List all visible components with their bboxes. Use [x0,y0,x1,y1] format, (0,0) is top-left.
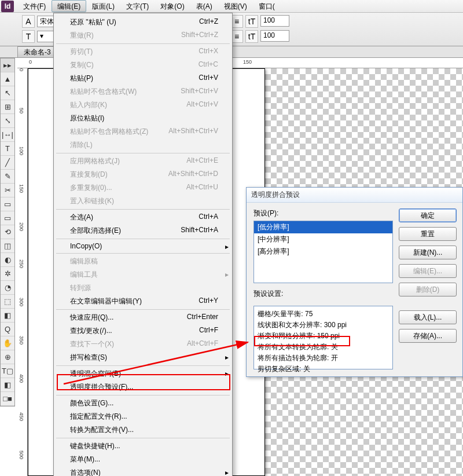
menu-item[interactable]: 全部取消选择(E)Shift+Ctrl+A [54,224,232,237]
palette-tool[interactable]: Q [1,323,14,336]
palette-tool[interactable]: ✎ [1,170,14,184]
palette-tool[interactable]: ◧ [1,378,14,392]
palette-tool[interactable]: □■ [1,392,14,406]
menubar-item[interactable]: 文件(F) [17,0,52,12]
palette-tool[interactable]: ✋ [1,336,14,350]
ruler-mark: 500 [19,451,24,459]
palette-tool[interactable]: |↔| [1,128,14,142]
menu-item[interactable]: 全选(A)Ctrl+A [54,211,232,224]
menu-item[interactable]: 原位粘贴(I) [54,112,232,125]
palette-tool[interactable]: ◔ [1,281,14,295]
menu-item-label: 多重复制(0)... [70,183,112,193]
menu-item-label: 指定配置文件(R)... [70,412,127,422]
palette-tool[interactable]: ◐ [1,253,14,267]
palette-tool[interactable]: T [1,142,14,156]
menu-item[interactable]: 在文章编辑器中编辑(Y)Ctrl+Y [54,295,232,308]
menu-item[interactable]: 粘贴(P)Ctrl+V [54,72,232,85]
menu-separator [56,309,230,310]
menu-item[interactable]: 查找/更改(/)...Ctrl+F [54,324,232,338]
menubar-item[interactable]: 表(A) [190,0,218,12]
menu-item[interactable]: 透明混合空间(B)▸ [54,367,232,380]
save-button[interactable]: 存储(A)... [399,329,457,343]
menubar-item[interactable]: 编辑(E) [52,0,86,12]
palette-tool[interactable]: ◧ [1,309,14,323]
load-button[interactable]: 载入(L)... [399,310,457,324]
menu-item-label: 拼写检查(S) [70,353,107,363]
ok-button[interactable]: 确定 [399,208,457,222]
reset-button[interactable]: 重置 [399,227,457,241]
text-case-icon[interactable]: tT [245,15,258,28]
preset-option[interactable]: [高分辨率] [254,246,392,258]
menu-item[interactable]: 透明度拼合预设(F)... [54,380,232,394]
menu-item[interactable]: 键盘快捷键(H)... [54,440,232,453]
preset-settings-box: 栅格/矢量平衡: 75线状图和文本分辨率: 300 ppi渐变和网格分辨率: 1… [253,306,393,369]
palette-tool[interactable]: ✂ [1,184,14,197]
scale-field-2[interactable]: 100 [260,30,289,42]
delete-button: 删除(D) [399,283,457,296]
menu-item: 置入和链接(K) [54,195,232,208]
menu-item[interactable]: 颜色设置(G)... [54,397,232,410]
menu-separator [56,395,230,396]
menu-item[interactable]: 拼写检查(S)▸ [54,351,232,364]
menu-item: 直接复制(D)Alt+Shift+Ctrl+D [54,168,232,181]
menu-item[interactable]: 首选项(N)▸ [54,466,232,476]
menu-item: 贴入内部(K)Alt+Ctrl+V [54,98,232,112]
ruler-mark: 450 [19,412,24,421]
menu-item: 多重复制(0)...Alt+Ctrl+U [54,181,232,195]
palette-tool[interactable]: ⊕ [1,350,14,364]
menu-item-shortcut: Ctrl+Enter [187,313,218,323]
menu-item[interactable]: 快速应用(Q)...Ctrl+Enter [54,311,232,324]
paragraph-style-icon[interactable]: A [22,15,35,28]
menubar-item[interactable]: 对象(O) [155,0,190,12]
palette-tool[interactable]: T▢ [1,364,14,378]
palette-tool[interactable]: ╱ [1,156,14,170]
palette-tool[interactable]: ↖ [1,86,14,100]
menu-item-label: InCopy(O) [70,242,102,250]
setting-row: 将所有描边转换为轮廓: 开 [258,353,389,364]
text-tool-icon[interactable]: T [22,30,35,43]
menubar-item[interactable]: 版面(L) [86,0,120,12]
palette-tool[interactable]: ⟲ [1,225,14,239]
palette-tool[interactable]: ▸▸ [1,58,14,72]
menu-item-label: 全选(A) [70,213,93,222]
menu-item[interactable]: 还原 "粘贴" (U)Ctrl+Z [54,16,232,29]
palette-tool[interactable]: ▭ [1,211,14,225]
menu-item: 清除(L) [54,138,232,152]
palette-tool[interactable]: ⤡ [1,114,14,128]
palette-tool[interactable]: ▭ [1,197,14,211]
menu-item-label: 粘贴时不包含网格格式(Z) [70,127,148,137]
menu-item[interactable]: 指定配置文件(R)... [54,410,232,423]
menu-item[interactable]: 菜单(M)... [54,453,232,466]
palette-tool[interactable]: ⊞ [1,100,14,114]
palette-tool[interactable]: ◫ [1,239,14,253]
preset-label: 预设(P): [253,208,393,218]
preset-option[interactable]: [低分辨率] [254,221,392,233]
menubar-item[interactable]: 视图(V) [218,0,253,12]
new-button[interactable]: 新建(N)... [399,246,457,259]
palette-tool[interactable]: ▲ [1,72,14,86]
menu-item: 应用网格格式(J)Alt+Ctrl+E [54,155,232,168]
menu-item[interactable]: InCopy(O)▸ [54,240,232,252]
flattener-presets-dialog: 透明度拼合预设 预设(P): [低分辨率][中分辨率][高分辨率] 预设设置: … [246,187,463,377]
palette-tool[interactable]: ✲ [1,267,14,281]
menu-separator [56,209,230,210]
menu-item: 剪切(T)Ctrl+X [54,45,232,58]
menu-item-label: 直接复制(D) [70,170,108,180]
preset-option[interactable]: [中分辨率] [254,233,392,246]
submenu-arrow-icon: ▸ [225,353,229,361]
edit-button: 编辑(E)... [399,264,457,278]
ruler-mark: 0 [19,68,24,71]
scale-field-1[interactable]: 100 [260,15,289,27]
menubar-item[interactable]: 窗口( [253,0,281,12]
text-case-icon-2[interactable]: tT [245,30,258,43]
ruler-mark: 250 [19,259,24,268]
menu-item: 重做(R)Shift+Ctrl+Z [54,29,232,42]
edit-menu: 还原 "粘贴" (U)Ctrl+Z重做(R)Shift+Ctrl+Z剪切(T)C… [53,13,233,476]
preset-listbox[interactable]: [低分辨率][中分辨率][高分辨率] [253,221,393,283]
palette-tool[interactable]: ⬚ [1,295,14,309]
ruler-mark: 50 [19,108,24,113]
menubar-item[interactable]: 文字(T) [120,0,155,12]
menu-separator [56,438,230,438]
menu-item-label: 首选项(N) [70,468,101,476]
menu-item[interactable]: 转换为配置文件(V)... [54,423,232,437]
